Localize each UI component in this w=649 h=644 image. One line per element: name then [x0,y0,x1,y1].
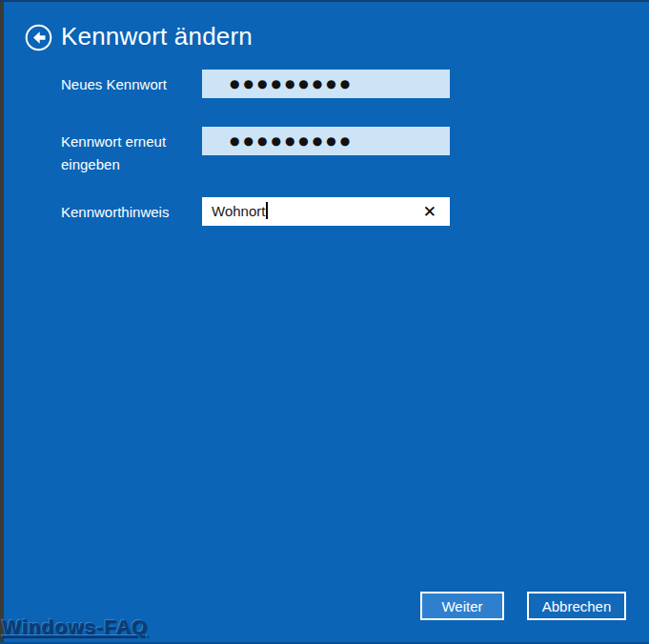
next-button[interactable]: Weiter [420,592,504,620]
password-hint-value: Wohnort [212,197,265,226]
new-password-label: Neues Kennwort [61,73,167,96]
window-left-border [0,0,4,644]
change-password-dialog: Kennwort ändern Neues Kennwort ●●●●●●●●●… [0,0,649,644]
page-title: Kennwort ändern [61,22,253,51]
back-button[interactable] [25,24,52,51]
clear-text-icon[interactable]: ✕ [417,197,442,226]
text-caret [266,202,268,219]
reenter-password-label: Kennwort erneut eingeben [61,131,199,176]
masked-password-dots: ●●●●●●●●● [230,127,354,155]
cancel-button[interactable]: Abbrechen [527,592,626,620]
arrow-left-circle-icon [25,24,52,51]
password-hint-input[interactable]: Wohnort ✕ [202,197,450,226]
new-password-input[interactable]: ●●●●●●●●● [202,70,450,98]
masked-password-dots: ●●●●●●●●● [230,70,354,98]
watermark-text: Windows-FAQ [2,615,148,638]
window-top-border [0,0,649,2]
password-hint-label: Kennworthinweis [61,201,169,224]
reenter-password-input[interactable]: ●●●●●●●●● [202,127,450,155]
